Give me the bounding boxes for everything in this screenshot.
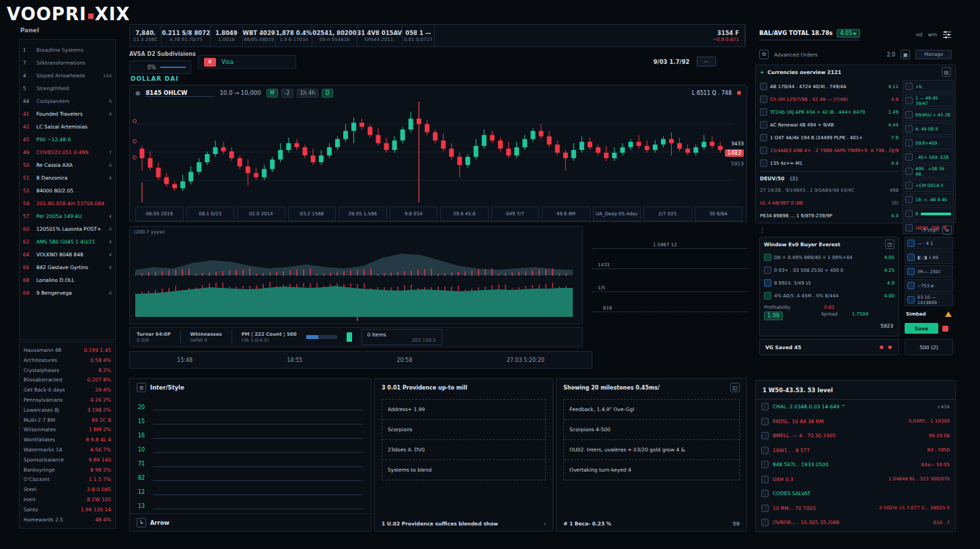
overview-subrow[interactable]: 27 14/28 . 9/14B43 . 1 9/5AB4/48 43/4C 4… (760, 184, 899, 196)
ticker-cell[interactable]: 7,840. 11.5 25BC (130, 25, 162, 46)
level-row[interactable]: 71 (130, 453, 371, 467)
providence-row[interactable]: Address+ 1.99 (382, 400, 545, 420)
date-label[interactable]: 2/7 025 (643, 207, 692, 221)
providence-row[interactable]: Scorpions (382, 420, 545, 440)
stat-row[interactable]: Pennsylvanians 4 26 2% (24, 397, 111, 407)
level-row[interactable]: 15 (130, 410, 371, 425)
sidebar-item[interactable]: 7 Silktransformations (23, 57, 112, 69)
date-label[interactable]: 08.1 0/23 (186, 207, 235, 221)
overview-row[interactable]: 1 O4T 4A/4k 194 B /24499 PLPK . 401+ 7.9 (760, 131, 899, 144)
date-label[interactable]: 03.2 1568 (288, 207, 337, 221)
date-label[interactable]: 02.0 2014 (237, 207, 285, 221)
providence-row[interactable]: Systems to blend (382, 460, 545, 480)
sidebar-item[interactable]: 4 Sloped Arrowheads 144 (23, 69, 112, 82)
kebab-menu-icon[interactable]: ⋮ (759, 227, 765, 233)
sidebar-item[interactable]: 1 Broadline Systems (23, 44, 112, 57)
watchlist-row[interactable]: CODES SALVAT (756, 486, 955, 501)
mid-mini-row[interactable]: (M—, 250) (905, 265, 953, 278)
date-label[interactable]: 39.6 45.6 (440, 207, 489, 221)
date-label[interactable]: 9.6 034 (390, 207, 438, 221)
header-link[interactable]: wm (928, 32, 937, 38)
mini-progress-bar[interactable] (306, 335, 337, 339)
indicator-panel[interactable]: (200.7 yyyw) (129, 226, 583, 324)
payment-method[interactable]: B Visa (198, 55, 296, 69)
stat-row[interactable]: Sponsorbalance 9.89 140 (24, 457, 111, 467)
milestone-row[interactable]: Scorpions 4-500 (564, 420, 739, 440)
stat-row[interactable]: Haussmann 4B 0.199 1.45 (24, 347, 111, 357)
order-row[interactable]: Db + 0.49% 989/40 + 1 09%+04 4.05 (760, 251, 899, 264)
watchlist-row[interactable]: 848 567L . 1933 0500 84a— 59 05 (756, 458, 955, 472)
overview-row[interactable]: TC24b 1KJ APK 434 + 42 IB . 444+ 8479 1.… (760, 106, 899, 118)
copy-icon[interactable]: ▣ (901, 50, 910, 59)
mini-asset-row[interactable]: 8 (903, 207, 954, 220)
leverage-slider[interactable]: 0% (129, 61, 191, 74)
sidebar-item[interactable]: 66 842 Gastave Gyrtins 4 (23, 261, 112, 274)
toolbar-group[interactable]: Turner 64:0P0.0/0 (137, 332, 171, 343)
date-label[interactable]: UA_Deep 05.4day (593, 207, 641, 221)
stat-row[interactable]: Multi-2.7 BM 89 2C 8 (24, 417, 111, 427)
milestone-row[interactable]: OU02. Inters, uvaleras + 03/20 gold grow… (564, 440, 739, 460)
saved-footer[interactable]: VG Saved 45 ● ● (759, 339, 899, 355)
watchlist-row[interactable]: FADSL. 10 84 38 RM 0.04RF... 1 10300 (756, 414, 955, 429)
providence-row[interactable]: 23does A. DV0 (382, 440, 545, 460)
header-link[interactable]: nd (916, 32, 923, 38)
timeframe-chip[interactable]: M (267, 89, 278, 98)
timeframe-chip[interactable]: 1h 4h (297, 89, 319, 98)
stat-row[interactable]: Watermarks 14 4-56 7% (24, 447, 111, 457)
mini-asset-row[interactable]: A. 49 0B 8 (903, 122, 954, 135)
overview-row[interactable]: Ch 5M 129/7/98 . 42 4B — (7/4B) 4.8 (760, 93, 899, 106)
overview-row[interactable]: AC Renewal 4B 494 + 9/4B 4.44 (760, 118, 899, 131)
ticker-cell[interactable]: WBT 4029 86/95.48019 (243, 25, 276, 46)
stat-row[interactable]: Homewards 2.5 48 4% (24, 517, 111, 527)
mini-asset-row[interactable]: 09/8+409 (903, 137, 954, 149)
overview-subrow[interactable]: P634 89B9B ... 1 9/8T9-239/9P 4.4 (760, 209, 899, 222)
sidebar-item[interactable]: 69 9 Bengervega 4 (23, 287, 112, 299)
grid-icon[interactable]: ▤ (942, 67, 951, 77)
overview-row[interactable]: 135 4z+= M1 4.4 (760, 157, 899, 170)
stat-row[interactable]: Steel 2-8.0 045 (24, 486, 111, 497)
popout-icon[interactable]: ◳ (885, 240, 895, 249)
ticker-cell[interactable]: 31 4V8 015AV GPA44 2011. (357, 25, 403, 46)
account-chip[interactable]: 4.05 ▸ (837, 29, 860, 38)
stat-row[interactable]: Lowercases 8J 3.198 2% (24, 407, 111, 417)
mini-asset-row[interactable]: 18 .+. 4B 8 4b (903, 193, 954, 206)
stat-row[interactable]: Santo 1.99 126 14 (24, 507, 111, 517)
sidebar-item[interactable]: 44 Costplanders 4 (23, 95, 112, 108)
sidebar-item[interactable]: 64 VOLKNO 8048 848 4 (23, 248, 112, 261)
buy-chip[interactable]: 1.99 (764, 312, 783, 320)
stat-row[interactable]: O'Clockmt 1 1.5 7% (24, 476, 111, 486)
stat-row[interactable]: Wontfallates 8 9.8 4L 4 (24, 437, 111, 447)
date-label[interactable]: 30 6/8A (695, 207, 743, 221)
mini-asset-row[interactable]: +b (903, 80, 954, 93)
level-row[interactable]: 12 (130, 481, 371, 495)
sidebar-item[interactable]: 68 Lorialino D.OLL (23, 274, 112, 287)
milestone-row[interactable]: Feedback, 1.4.9" Ove-Ggl (564, 400, 739, 420)
ticker-cell[interactable]: 058 1 — 0.01 0.0717 (403, 25, 434, 46)
date-label[interactable]: 28.05 1.586 (339, 207, 387, 221)
count-footer[interactable]: 500 (2) (905, 339, 953, 355)
mini-asset-row[interactable]: +CM D014 V (903, 179, 954, 192)
order-row[interactable]: 8 8924. 3/49 s5 4.9 (760, 277, 899, 289)
sidebar-item[interactable]: 42 LC Salzal Artemisias (23, 120, 112, 133)
order-row[interactable]: 0 03+ . 03 508 2530 + 400 0 4.25 (760, 264, 899, 277)
milestone-row[interactable]: Overtaking turn-keyed 4 (564, 460, 739, 480)
sidebar-item[interactable]: 41 Founded Travelers 4 (23, 108, 112, 120)
timeline-label[interactable]: 14:55 (287, 357, 302, 363)
sidebar-item[interactable]: 57 Per 2005a 149.4U 4 (23, 210, 112, 223)
date-label[interactable]: 49.6 8M (542, 207, 590, 221)
level-row[interactable]: 20 (130, 396, 371, 410)
stat-row[interactable]: Crystalphases 8 2% (24, 367, 111, 377)
mid-mini-row[interactable]: −753 ø (905, 279, 953, 292)
toolbar-group[interactable]: PM | 222 Count | 500(TA 1.0/4.5) (242, 332, 297, 343)
save-button[interactable]: Save (905, 323, 938, 334)
watchlist-row[interactable]: 10 RM... 70 7005 2.502re 15 7.077 2... 5… (756, 501, 955, 516)
expand-icon[interactable]: ◱ (730, 383, 740, 392)
mini-asset-row[interactable]: 09/45U + 45 2B (903, 108, 954, 121)
ticker-cell[interactable]: 1.8049 1.0018 (211, 25, 242, 46)
ticker-cell[interactable]: 0.211 S/8 8072 4.78 91.70/75 (162, 25, 211, 46)
chart-symbol[interactable]: 8145 OHLCW (145, 89, 214, 97)
overview-row[interactable]: AB 170/44 . 4724 40/4t . 749/4A 4.11 (760, 80, 899, 93)
stat-row[interactable]: Banksyringe 8 98 2% (24, 467, 111, 477)
timeline-label[interactable]: 15:48 (177, 357, 193, 363)
date-label[interactable]: 049 7/7 (491, 207, 540, 221)
